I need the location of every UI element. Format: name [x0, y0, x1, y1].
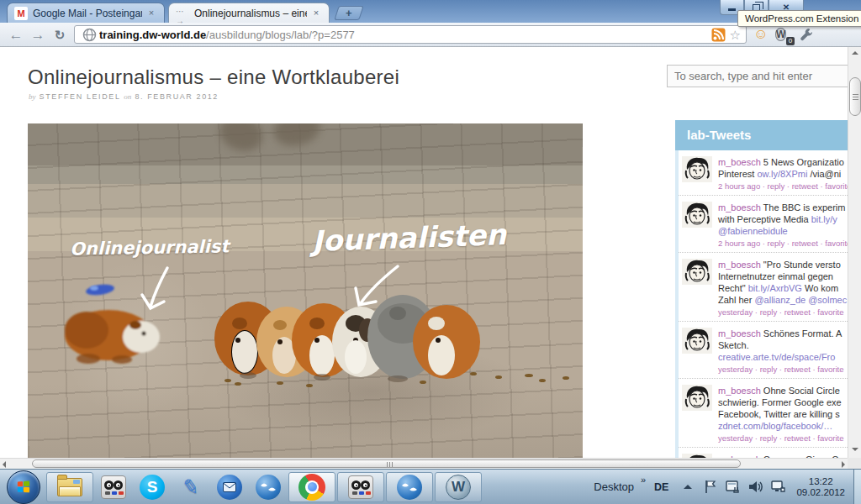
- windows-logo-icon: [18, 480, 30, 493]
- tweet-text-segment: 5 News Organizatio: [761, 157, 844, 167]
- language-indicator[interactable]: DE: [654, 481, 668, 493]
- taskbar-wordpress-button[interactable]: W: [435, 472, 482, 502]
- tweet-list: m_boesch 5 News OrganizatioPinterest ow.…: [675, 150, 861, 458]
- tweet-meta[interactable]: yesterday · reply · retweet · favorite: [718, 365, 861, 374]
- installer-plug-icon[interactable]: [725, 479, 741, 495]
- taskbar-openoffice2-button[interactable]: [386, 472, 433, 502]
- clock-date: 09.02.2012: [796, 487, 845, 498]
- taskbar-recorder-button[interactable]: [95, 472, 132, 502]
- show-desktop-button[interactable]: [853, 470, 861, 504]
- browser-toolbar: ← → ↻ training.dw-world.de/ausbildung/bl…: [0, 23, 861, 47]
- tab-active-article[interactable]: ⋯→ Onlinejournalismus – eine W ×: [168, 3, 330, 23]
- forward-button[interactable]: →: [27, 28, 49, 42]
- taskbar-openoffice-button[interactable]: [250, 472, 287, 502]
- show-hidden-icons-button[interactable]: [684, 485, 692, 489]
- taskbar-recorder2-button[interactable]: [337, 472, 384, 502]
- tab-close-icon[interactable]: ×: [310, 8, 322, 19]
- tweet-text-segment: Schönes Format. A: [761, 328, 843, 339]
- byline-author[interactable]: STEFFEN LEIDEL: [40, 92, 121, 101]
- wordpress-icon: W: [446, 475, 471, 500]
- tweet-meta[interactable]: yesterday · reply · retweet · favorite: [718, 433, 861, 443]
- chevron-icon[interactable]: »: [641, 475, 646, 485]
- desktop-toolbar-label[interactable]: Desktop»: [594, 480, 646, 493]
- desktop-screen: M Google Mail - Posteingang × ⋯→ Onlinej…: [0, 0, 861, 504]
- tweet-link[interactable]: @solmec: [808, 295, 847, 305]
- address-bar[interactable]: training.dw-world.de/ausbildung/blogs/la…: [74, 25, 747, 44]
- taskbar-chrome-button[interactable]: [288, 472, 335, 502]
- smiley-extension-icon[interactable]: ☺: [753, 26, 769, 43]
- tweet-username[interactable]: m_boesch: [718, 386, 761, 396]
- tweet-text-segment: Zahl her: [718, 295, 754, 305]
- back-button[interactable]: ←: [5, 28, 27, 42]
- photo-label-onlinejournalist: Onlinejournalist: [70, 236, 230, 259]
- new-tab-button[interactable]: +: [334, 6, 364, 20]
- avatar: [682, 328, 712, 354]
- tweet-item: m_boesch Congress Gives Co: [679, 448, 861, 458]
- search-input[interactable]: [667, 65, 848, 87]
- taskbar-thunderbird-button[interactable]: [211, 472, 248, 502]
- tweet-text-segment: schwierig. Former Google exe: [718, 397, 842, 407]
- tweet-body: m_boesch "Pro Stunde verstoInternetnutze…: [718, 259, 861, 317]
- tab-close-icon[interactable]: ×: [145, 8, 157, 19]
- web-page: Onlinejournalismus – eine Wortklauberei …: [0, 47, 861, 458]
- rss-icon[interactable]: [711, 28, 726, 42]
- tweet-link[interactable]: @allianz_de: [754, 295, 806, 305]
- tweet-meta[interactable]: 2 hours ago · reply · retweet · favorite: [718, 239, 861, 248]
- tweet-item: m_boesch Schönes Format. ASketch.creativ…: [679, 322, 861, 379]
- tweet-link[interactable]: @fabiennebidule: [718, 226, 788, 236]
- tweet-text-segment: with Perceptive Media: [718, 214, 811, 224]
- tweet-link[interactable]: creative.arte.tv/de/space/Fro: [718, 352, 835, 362]
- tweet-item: m_boesch "Pro Stunde verstoInternetnutze…: [679, 253, 861, 322]
- pen-icon: ✎: [181, 474, 202, 500]
- tweet-text: m_boesch Schönes Format. ASketch.creativ…: [718, 328, 861, 363]
- tweet-meta[interactable]: yesterday · reply · retweet · favorite: [718, 307, 861, 317]
- vertical-scrollbar[interactable]: [848, 47, 861, 458]
- network-icon[interactable]: [770, 479, 786, 495]
- taskbar-explorer-button[interactable]: [46, 472, 93, 502]
- vertical-scrollbar-thumb[interactable]: [849, 77, 861, 116]
- thumb-grip: [853, 94, 858, 100]
- tab-gmail[interactable]: M Google Mail - Posteingang ×: [7, 3, 165, 23]
- byline-by: by: [29, 92, 36, 101]
- wrench-icon[interactable]: [798, 26, 815, 43]
- tweet-username[interactable]: m_boesch: [718, 328, 761, 339]
- wordpress-extension-icon[interactable]: W 0: [775, 26, 792, 43]
- bookmark-star-icon[interactable]: ☆: [730, 29, 741, 41]
- system-tray: Desktop» DE 13:22: [594, 470, 861, 504]
- tweet-meta[interactable]: 2 hours ago · reply · retweet · favorite: [718, 181, 861, 191]
- horizontal-scrollbar-thumb[interactable]: [32, 459, 741, 468]
- taskbar-skype-button[interactable]: S: [134, 472, 171, 502]
- tweet-link[interactable]: bit.ly/y: [811, 214, 837, 224]
- start-button[interactable]: [7, 470, 40, 504]
- globe-icon: [82, 28, 97, 42]
- scroll-left-icon[interactable]: [3, 461, 6, 468]
- scroll-right-icon[interactable]: [842, 461, 845, 468]
- tweet-text-segment: Wo kom: [802, 283, 838, 293]
- volume-speaker-icon[interactable]: [747, 479, 763, 495]
- scroll-down-icon[interactable]: [852, 448, 858, 451]
- tweet-text-segment: Ohne Social Circle: [761, 386, 840, 396]
- wordpress-badge: 0: [786, 37, 795, 45]
- tweet-text-segment: "Pro Stunde versto: [761, 260, 841, 270]
- tweet-username[interactable]: m_boesch: [718, 260, 761, 270]
- taskbar-clock[interactable]: 13:22 09.02.2012: [796, 476, 845, 498]
- tweet-username[interactable]: m_boesch: [718, 157, 761, 167]
- tweet-link[interactable]: bit.ly/AxrbVG: [748, 283, 802, 293]
- action-center-flag-icon[interactable]: [702, 479, 718, 495]
- scroll-up-icon[interactable]: [852, 51, 858, 55]
- tweet-item: m_boesch 5 News OrganizatioPinterest ow.…: [679, 150, 861, 196]
- reload-button[interactable]: ↻: [49, 29, 71, 41]
- tweet-link[interactable]: zdnet.com/blog/facebook/…: [718, 421, 832, 431]
- tweet-username[interactable]: m_boesch: [718, 202, 761, 213]
- page-favicon-icon: ⋯→: [176, 7, 189, 20]
- tweet-text: m_boesch Ohne Social Circle schwierig. F…: [718, 385, 861, 432]
- thumb-grip: [387, 462, 393, 467]
- taskbar-pen-app-button[interactable]: ✎: [172, 472, 209, 502]
- tab-title: Onlinejournalismus – eine W: [194, 8, 307, 19]
- horizontal-scrollbar[interactable]: [0, 458, 848, 469]
- thunderbird-icon: [217, 475, 242, 500]
- tweet-link[interactable]: ow.ly/8XPmi: [757, 169, 807, 179]
- tweet-text-segment: Recht": [718, 283, 748, 293]
- post-byline: by STEFFEN LEIDEL on 8. FEBRUAR 2012: [29, 92, 219, 101]
- lab-tweets-header: lab-Tweets: [675, 120, 861, 150]
